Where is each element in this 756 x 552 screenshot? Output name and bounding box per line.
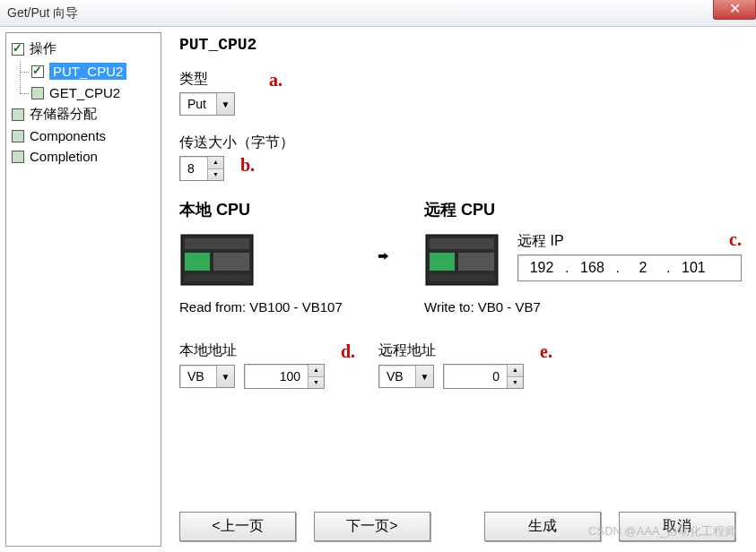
plc-icon	[424, 229, 501, 289]
local-addr-type: VB	[180, 369, 216, 384]
remote-addr-type: VB	[379, 369, 415, 384]
tree-label: Completion	[30, 149, 98, 164]
tree-item-components[interactable]: Components	[10, 126, 157, 145]
prev-button[interactable]: <上一页	[179, 512, 296, 541]
local-addr-label: 本地地址	[179, 341, 325, 360]
ip-octet-2[interactable]: 168	[576, 260, 608, 276]
checkbox-icon	[31, 65, 44, 78]
svg-rect-2	[185, 253, 210, 271]
read-from-text: Read from: VB100 - VB107	[179, 299, 343, 315]
tree-label: PUT_CPU2	[49, 63, 126, 80]
titlebar: Get/Put 向导 ✕	[0, 0, 756, 27]
checkbox-icon	[12, 108, 24, 121]
remote-address-group: 远程地址 VB 0 ▲▼ e.	[378, 341, 524, 389]
tree-item-memory-alloc[interactable]: 存储器分配	[10, 104, 157, 125]
annotation-a: a.	[269, 70, 282, 91]
svg-rect-3	[213, 253, 249, 271]
size-field: 传送大小（字节） 8 ▲▼ b.	[179, 134, 742, 181]
ip-input[interactable]: 192. 168. 2. 101	[517, 254, 742, 281]
write-to-text: Write to: VB0 - VB7	[424, 299, 742, 315]
annotation-b: b.	[240, 155, 255, 176]
ip-octet-4[interactable]: 101	[677, 260, 709, 276]
remote-cpu-label: 远程 CPU	[424, 199, 742, 220]
annotation-c: c.	[729, 229, 742, 250]
remote-addr-type-select[interactable]: VB	[378, 365, 434, 388]
type-value: Put	[180, 97, 216, 111]
remote-addr-value: 0	[444, 365, 507, 388]
svg-rect-4	[185, 274, 249, 281]
main-panel: PUT_CPU2 类型 Put a. 传送大小（字节） 8 ▲▼ b. 本地 C…	[170, 32, 751, 547]
close-button[interactable]: ✕	[713, 0, 756, 20]
tree-item-completion[interactable]: Completion	[10, 147, 157, 166]
tree-label: 存储器分配	[30, 106, 97, 123]
tree-label: GET_CPU2	[49, 85, 120, 100]
plc-icon	[179, 229, 256, 289]
svg-rect-8	[430, 253, 455, 271]
next-button[interactable]: 下一页>	[314, 512, 430, 541]
checkbox-icon	[31, 87, 44, 99]
local-addr-type-select[interactable]: VB	[179, 365, 235, 388]
remote-addr-label: 远程地址	[378, 341, 524, 360]
chevron-down-icon	[216, 366, 234, 387]
checkbox-icon	[12, 151, 24, 163]
type-select[interactable]: Put	[179, 92, 235, 116]
local-cpu-column: 本地 CPU Read from: VB100 - VB107	[179, 199, 343, 315]
svg-rect-10	[430, 274, 494, 281]
window-title: Get/Put 向导	[7, 5, 78, 22]
type-label: 类型	[179, 70, 742, 89]
sidebar-tree: 操作 PUT_CPU2 GET_CPU2 存储器分配 Components Co…	[5, 32, 161, 547]
spinner-arrows[interactable]: ▲▼	[207, 157, 223, 180]
chevron-down-icon	[415, 366, 433, 387]
chevron-down-icon	[216, 93, 234, 115]
cpu-row: 本地 CPU Read from: VB100 - VB107 远程 CPU	[179, 199, 742, 315]
remote-ip-label: 远程 IP	[517, 232, 564, 251]
local-addr-spinner[interactable]: 100 ▲▼	[244, 364, 325, 389]
page-title: PUT_CPU2	[179, 36, 742, 54]
local-addr-value: 100	[245, 365, 308, 388]
svg-marker-5	[378, 253, 388, 260]
tree-item-get-cpu2[interactable]: GET_CPU2	[10, 83, 157, 102]
annotation-e: e.	[540, 341, 552, 362]
svg-rect-9	[458, 253, 494, 271]
local-address-group: 本地地址 VB 100 ▲▼ d.	[179, 341, 325, 389]
checkbox-icon	[12, 43, 24, 56]
remote-cpu-column: 远程 CPU 远程 IP c.	[424, 199, 742, 315]
svg-rect-1	[185, 238, 249, 249]
annotation-d: d.	[341, 341, 355, 362]
remote-addr-spinner[interactable]: 0 ▲▼	[443, 364, 524, 389]
svg-rect-7	[430, 238, 494, 249]
arrow-right-icon	[378, 248, 388, 291]
address-row: 本地地址 VB 100 ▲▼ d. 远程地址 VB	[179, 341, 742, 389]
spinner-arrows[interactable]: ▲▼	[308, 365, 324, 388]
cancel-button[interactable]: 取消	[619, 512, 735, 541]
size-label: 传送大小（字节）	[179, 134, 742, 152]
tree-label: Components	[30, 128, 106, 143]
generate-button[interactable]: 生成	[484, 512, 601, 541]
spinner-arrows[interactable]: ▲▼	[507, 365, 523, 388]
type-field: 类型 Put a.	[179, 70, 742, 116]
tree-item-put-cpu2[interactable]: PUT_CPU2	[10, 61, 157, 82]
ip-octet-3[interactable]: 2	[627, 260, 659, 276]
remote-ip-group: 远程 IP c. 192. 168. 2. 101	[517, 229, 742, 281]
local-cpu-label: 本地 CPU	[179, 199, 343, 220]
ip-octet-1[interactable]: 192	[526, 260, 558, 276]
button-row: <上一页 下一页> 生成 取消	[179, 512, 742, 541]
size-value: 8	[180, 157, 207, 180]
size-spinner[interactable]: 8 ▲▼	[179, 156, 224, 181]
checkbox-icon	[12, 130, 24, 142]
tree-label: 操作	[30, 40, 56, 57]
tree-item-operations[interactable]: 操作	[10, 39, 157, 59]
